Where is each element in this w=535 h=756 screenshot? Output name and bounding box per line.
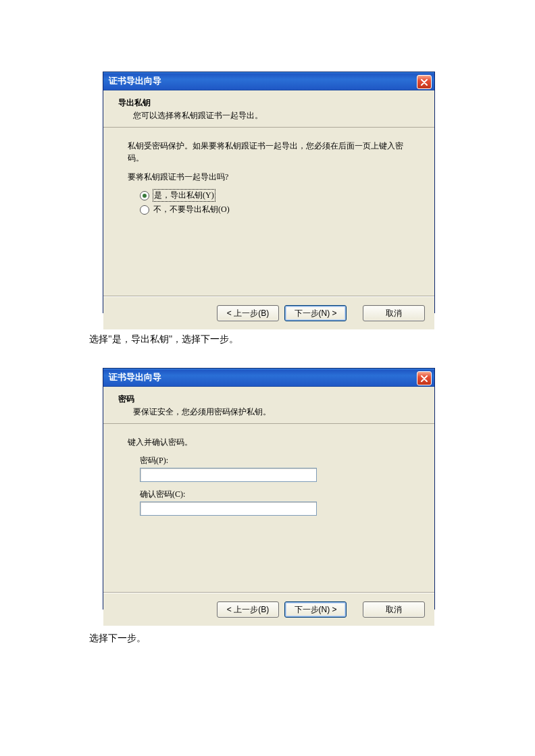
info-text: 私钥受密码保护。如果要将私钥跟证书一起导出，您必须在后面一页上键入密码。 <box>128 140 411 164</box>
back-button[interactable]: < 上一步(B) <box>217 601 279 618</box>
instruction-caption-1: 选择"是，导出私钥"，选择下一步。 <box>89 333 238 346</box>
radio-yes-export[interactable]: 是，导出私钥(Y) <box>140 190 419 201</box>
close-icon <box>421 79 428 86</box>
titlebar[interactable]: 证书导出向导 <box>103 369 434 387</box>
back-button[interactable]: < 上一步(B) <box>217 305 279 321</box>
radio-icon <box>140 191 149 200</box>
dialog-title: 证书导出向导 <box>109 371 161 383</box>
wizard-header: 导出私钥 您可以选择将私钥跟证书一起导出。 <box>103 90 434 128</box>
wizard-header: 密码 要保证安全，您必须用密码保护私钥。 <box>103 387 434 424</box>
password-field-block: 密码(P): <box>140 455 419 482</box>
radio-no-export[interactable]: 不，不要导出私钥(O) <box>140 204 419 215</box>
header-subtitle: 要保证安全，您必须用密码保护私钥。 <box>133 406 419 418</box>
prompt-text: 键入并确认密码。 <box>128 436 419 448</box>
radio-no-label: 不，不要导出私钥(O) <box>153 204 230 215</box>
header-title: 密码 <box>118 394 419 405</box>
instruction-caption-2: 选择下一步。 <box>89 632 146 645</box>
password-input[interactable] <box>140 468 317 482</box>
confirm-password-field-block: 确认密码(C): <box>140 489 419 516</box>
cancel-button[interactable]: 取消 <box>363 601 425 618</box>
button-row: < 上一步(B) 下一步(N) > 取消 <box>103 296 434 329</box>
header-subtitle: 您可以选择将私钥跟证书一起导出。 <box>133 110 419 122</box>
header-title: 导出私钥 <box>118 97 419 109</box>
confirm-password-input[interactable] <box>140 502 317 516</box>
dialog-title: 证书导出向导 <box>109 75 161 87</box>
radio-icon <box>140 205 149 215</box>
cert-export-wizard-dialog-1: 证书导出向导 导出私钥 您可以选择将私钥跟证书一起导出。 私钥受密码保护。如果要… <box>103 72 435 313</box>
close-button[interactable] <box>417 371 432 385</box>
cancel-button[interactable]: 取消 <box>363 305 425 321</box>
close-icon <box>421 375 428 382</box>
confirm-password-label: 确认密码(C): <box>140 489 419 500</box>
titlebar[interactable]: 证书导出向导 <box>103 72 434 90</box>
password-label: 密码(P): <box>140 455 419 466</box>
button-row: < 上一步(B) 下一步(N) > 取消 <box>103 593 434 626</box>
close-button[interactable] <box>417 75 432 89</box>
cert-export-wizard-dialog-2: 证书导出向导 密码 要保证安全，您必须用密码保护私钥。 键入并确认密码。 密码(… <box>103 368 435 610</box>
radio-yes-label: 是，导出私钥(Y) <box>153 190 215 201</box>
question-text: 要将私钥跟证书一起导出吗? <box>128 171 419 183</box>
next-button[interactable]: 下一步(N) > <box>284 601 347 618</box>
next-button[interactable]: 下一步(N) > <box>284 305 347 321</box>
